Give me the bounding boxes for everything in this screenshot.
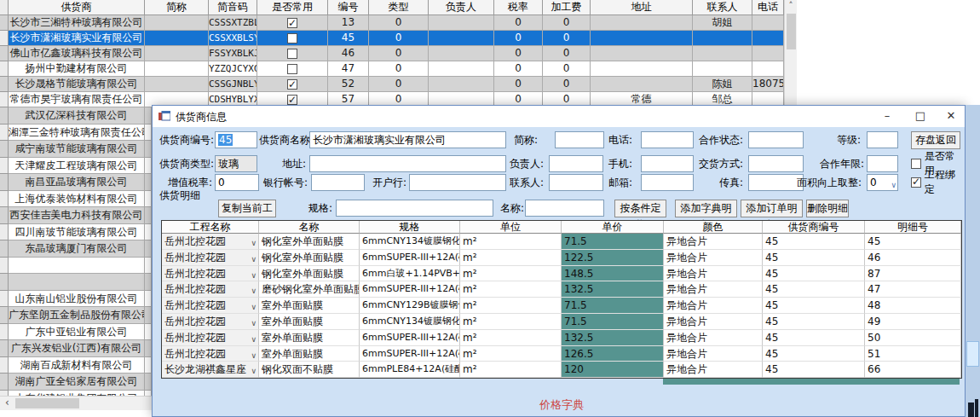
project-combo-cell[interactable]: 岳州北控花园∨: [162, 314, 259, 330]
detail-row[interactable]: 岳州北控花园∨室外单面贴膜6mmSUPER-III+12A(硅...m²126.…: [162, 346, 961, 362]
supplier-row[interactable]: 东晶玻璃厦门有限公司: [0, 240, 152, 258]
area-round-up-select[interactable]: 0∨: [867, 174, 898, 191]
detail-row[interactable]: 岳州北控花园∨钢化室外单面贴膜6mmCNY134镀膜钢化m²71.5异地合片45…: [162, 234, 961, 250]
horizontal-scroll-thumb[interactable]: [15, 398, 79, 408]
detail-row[interactable]: 岳州北控花园∨钢化室外单面贴膜6mm白玻+1.14PVB+6mm...m²148…: [162, 266, 961, 282]
project-combo-cell[interactable]: 岳州北控花园∨: [162, 330, 259, 346]
maximize-icon[interactable]: □: [906, 106, 935, 127]
supplier-row[interactable]: 四川南玻节能玻璃有限公司: [0, 224, 152, 241]
form-icon: [159, 111, 170, 122]
checkbox-icon[interactable]: [287, 33, 297, 43]
vat-rate-input[interactable]: 0: [215, 174, 259, 191]
supplier-row[interactable]: 咸宁南玻节能玻璃有限公司: [0, 141, 152, 158]
detail-row[interactable]: 岳州北控花园∨钢化室外单面贴膜6mmSUPER-III+12A(硅...m²12…: [162, 250, 961, 266]
unit-cell: m²: [460, 250, 562, 266]
save-return-button[interactable]: 存盘返回: [911, 131, 960, 149]
add-order-detail-button[interactable]: 添加订单明细: [741, 200, 803, 217]
supplier-name-input[interactable]: 长沙市潇湘玻璃实业有限公司: [309, 131, 506, 148]
supplier-row[interactable]: 湖南广亚全铝家居有限公司: [0, 374, 152, 391]
detail-row[interactable]: 岳州北控花园∨室外单面贴膜6mmCNY134镀膜钢化m²71.5异地合片4549: [162, 314, 961, 330]
short-name-cell: [145, 61, 209, 77]
area-round-up-label: 面积向上取整:: [796, 174, 862, 191]
name-filter-input[interactable]: [525, 200, 604, 217]
bank-account-input[interactable]: [311, 174, 365, 191]
project-combo-cell[interactable]: 岳州北控花园∨: [162, 346, 259, 362]
project-combo-cell[interactable]: 岳州北控花园∨: [162, 266, 259, 282]
supplier-row[interactable]: 武汉亿深科技有限公司: [0, 107, 152, 125]
product-name-cell: 钢化双面不贴膜: [259, 362, 360, 378]
supplier-no-cell: 45: [763, 234, 865, 250]
coop-years-input[interactable]: [867, 155, 898, 172]
detail-table-header: 工程名称名称规格单位单价颜色供货商编号明细号: [162, 221, 961, 234]
checkbox-icon[interactable]: [287, 95, 297, 105]
fee-cell: 0: [543, 61, 591, 77]
suppliers-grid-vertical-scrollbar[interactable]: ˄: [784, 0, 797, 107]
close-icon[interactable]: ✕: [937, 106, 966, 127]
short-name-cell: [145, 191, 152, 208]
manager-input[interactable]: [549, 155, 603, 172]
supplier-row[interactable]: 长沙市潇湘玻璃实业有限公司CSSXXBLSY..45000: [0, 31, 784, 46]
supplier-row[interactable]: 广东兴发铝业(江西)有限公司: [0, 340, 152, 357]
project-combo-cell[interactable]: 岳州北控花园∨: [162, 250, 259, 266]
grade-input[interactable]: [867, 131, 898, 148]
scroll-up-icon[interactable]: ˄: [785, 0, 797, 13]
contact-input[interactable]: [549, 174, 603, 191]
suppliers-grid-horizontal-scrollbar[interactable]: ‹: [0, 396, 152, 410]
project-combo-cell[interactable]: 长沙龙湖祺鑫星座∨: [162, 362, 259, 378]
column-header: 单价: [562, 221, 664, 234]
checkbox-icon[interactable]: [287, 49, 297, 59]
detail-row[interactable]: 岳州北控花园∨室外单面贴膜6mmCNY129B镀膜钢化m²71.5异地合片454…: [162, 298, 961, 314]
add-dictionary-detail-button[interactable]: 添加字典明细: [675, 200, 737, 217]
minimize-icon[interactable]: –: [873, 106, 902, 127]
supplier-row[interactable]: [0, 274, 152, 291]
project-combo-cell[interactable]: 岳州北控花园∨: [162, 281, 259, 298]
supplier-row[interactable]: 天津耀皮工程玻璃有限公司: [0, 158, 152, 175]
vertical-scroll-thumb[interactable]: [787, 14, 796, 49]
supplier-row[interactable]: 山东南山铝业股份有限公司: [0, 291, 152, 308]
coop-status-input[interactable]: [748, 131, 804, 148]
detail-row[interactable]: 岳州北控花园∨室外单面贴膜6mmSUPER-III+12A(硅...m²132.…: [162, 330, 961, 346]
supplier-row[interactable]: 西安佳吉美电力科技有限公司: [0, 207, 152, 224]
supplier-row[interactable]: 长沙晟格节能玻璃有限公司CSSGJNBLYXGS52000陈姐180751: [0, 77, 784, 92]
detail-row[interactable]: 岳州北控花园∨磨砂钢化室外单面贴膜6mmSUPER-III+12A(硅...m²…: [162, 281, 961, 298]
supplier-row[interactable]: 广东坚朗五金制品股份有限公司: [0, 307, 152, 324]
project-combo-cell[interactable]: 岳州北控花园∨: [162, 298, 259, 314]
copy-current-project-button[interactable]: 复制当前工程: [218, 200, 276, 217]
supplier-row[interactable]: 扬州中勤建材有限公司YZZQJCYXGS47000: [0, 61, 784, 77]
fee-cell: 0: [543, 31, 591, 46]
supplier-row[interactable]: [0, 258, 152, 275]
supplier-row[interactable]: 上海优泰装饰材料有限公司: [0, 191, 152, 208]
supplier-type-input[interactable]: 玻璃: [215, 155, 257, 172]
bank-branch-input[interactable]: [409, 174, 506, 191]
checkbox-icon[interactable]: [287, 64, 297, 74]
unit-price-cell: 71.5: [562, 298, 664, 314]
short-name-input[interactable]: [555, 131, 604, 148]
supplier-row[interactable]: 佛山市亿鑫玻璃科技有限公司FSSYXBLKJ..46000: [0, 46, 784, 61]
supplier-row[interactable]: 湘潭三金特种玻璃有限责任公司: [0, 125, 152, 142]
supplier-name-cell: 湘潭三金特种玻璃有限责任公司: [9, 125, 145, 142]
address-input[interactable]: [309, 155, 506, 172]
mobile-input[interactable]: [641, 155, 694, 172]
row-header-cell: [0, 92, 9, 107]
email-input[interactable]: [641, 174, 694, 191]
phone-input[interactable]: [641, 131, 694, 148]
delete-detail-button[interactable]: 删除明细: [806, 200, 849, 217]
supplier-no-input[interactable]: 45: [215, 131, 257, 148]
checkbox-icon[interactable]: [287, 79, 297, 90]
selected-option: 0: [870, 177, 877, 188]
scroll-left-icon[interactable]: ‹: [0, 397, 14, 410]
checkbox-icon[interactable]: [287, 18, 297, 28]
delivery-method-input[interactable]: [748, 155, 804, 172]
supplier-row[interactable]: 湖南百成新材料有限公司: [0, 357, 152, 374]
color-cell: 异地合片: [664, 298, 763, 314]
supplier-row[interactable]: 长沙市三湘特种玻璃有限公司CSSSXTZBL..13000胡姐: [0, 15, 784, 31]
project-bind-checkbox[interactable]: 工程绑定: [911, 176, 965, 189]
supplier-row[interactable]: 广东中亚铝业有限公司: [0, 324, 152, 341]
locate-by-condition-button[interactable]: 按条件定位: [614, 200, 666, 217]
spec-filter-input[interactable]: [336, 200, 493, 217]
project-combo-cell[interactable]: 岳州北控花园∨: [162, 234, 259, 250]
dialog-titlebar[interactable]: 供货商信息 – □ ✕: [153, 106, 965, 127]
detail-row[interactable]: 长沙龙湖祺鑫星座∨钢化双面不贴膜6mmPLE84+12A(硅酮胶...m²120…: [162, 362, 961, 378]
supplier-row[interactable]: 南昌亚晶玻璃有限公司: [0, 174, 152, 191]
short-name-cell: [145, 15, 209, 31]
